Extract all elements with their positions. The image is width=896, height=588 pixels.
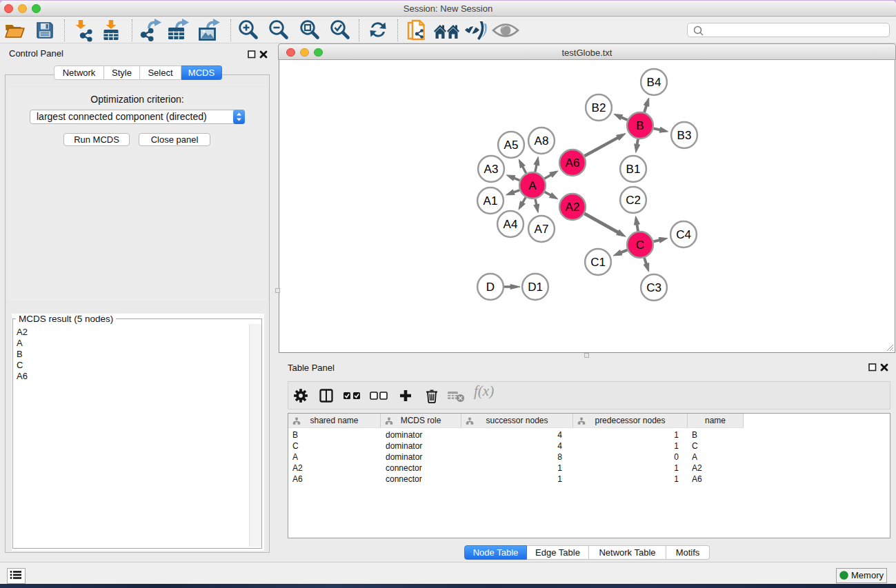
svg-text:A2: A2: [566, 201, 580, 214]
svg-text:B2: B2: [592, 101, 606, 114]
svg-text:B1: B1: [626, 163, 641, 176]
svg-text:A3: A3: [484, 163, 499, 176]
svg-text:C3: C3: [646, 281, 661, 294]
svg-text:A8: A8: [535, 134, 549, 148]
svg-text:B: B: [636, 119, 644, 132]
svg-text:A7: A7: [535, 223, 549, 236]
svg-text:B3: B3: [677, 129, 692, 142]
svg-text:D1: D1: [528, 281, 543, 294]
svg-text:C4: C4: [676, 228, 691, 241]
svg-text:D: D: [486, 281, 495, 294]
svg-text:A1: A1: [484, 194, 498, 207]
svg-text:A: A: [528, 179, 537, 192]
svg-text:C: C: [636, 239, 644, 252]
svg-text:B4: B4: [647, 76, 661, 89]
svg-text:C1: C1: [590, 256, 606, 269]
svg-text:A4: A4: [504, 218, 518, 231]
svg-text:C2: C2: [626, 194, 641, 207]
svg-text:A5: A5: [504, 139, 519, 152]
svg-text:A6: A6: [566, 156, 580, 170]
